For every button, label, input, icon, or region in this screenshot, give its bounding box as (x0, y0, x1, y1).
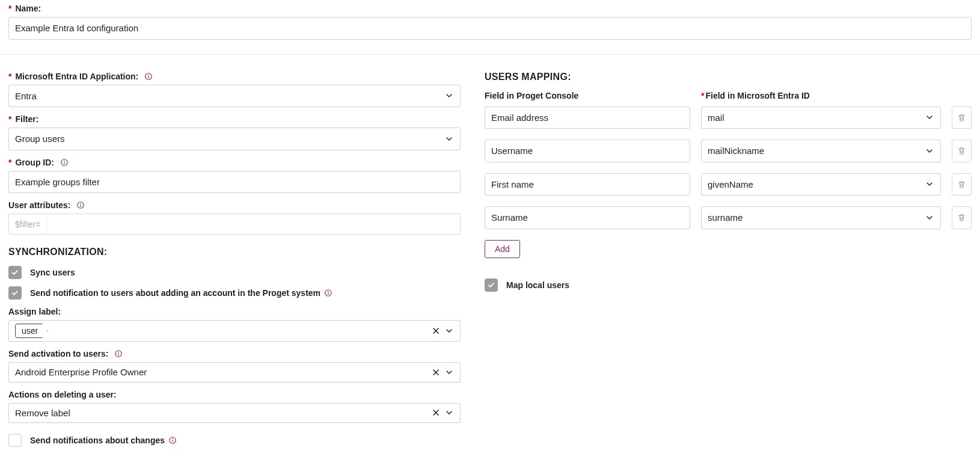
info-icon[interactable] (168, 436, 177, 445)
mapping-proget-input[interactable] (485, 173, 690, 196)
user-attributes-input-wrap: $filter= (8, 214, 461, 235)
info-icon[interactable] (60, 158, 69, 167)
sync-users-checkbox[interactable] (8, 266, 22, 279)
chevron-down-icon (925, 146, 934, 156)
chevron-down-icon[interactable] (444, 408, 454, 417)
mapping-row: givenName (485, 173, 972, 196)
entra-app-value: Entra (15, 90, 37, 102)
actions-delete-label: Actions on deleting a user: (8, 390, 461, 399)
assign-label-label: Assign label: (8, 307, 461, 316)
notify-add-checkbox[interactable] (8, 286, 22, 300)
name-input[interactable] (8, 17, 972, 40)
chevron-down-icon[interactable] (444, 368, 454, 377)
chevron-down-icon[interactable] (444, 326, 454, 336)
mapping-col-entra-head: * Field in Microsoft Entra ID (701, 91, 941, 100)
filter-label: * Filter: (8, 114, 461, 124)
trash-icon (957, 146, 966, 155)
mapping-proget-input[interactable] (485, 106, 690, 129)
group-id-label: * Group ID: (8, 158, 461, 167)
map-local-users-label: Map local users (506, 280, 569, 290)
trash-icon (957, 180, 966, 189)
actions-delete-row: Actions on deleting a user: Remove label (8, 390, 461, 423)
mapping-entra-value: mailNickname (708, 145, 764, 157)
trash-icon (957, 113, 966, 122)
assign-label-tag[interactable]: user (15, 324, 48, 338)
delete-mapping-button[interactable] (952, 140, 972, 162)
filter-select[interactable]: Group users (8, 128, 461, 150)
chevron-down-icon (444, 134, 454, 144)
user-attributes-label: User attributes: (8, 200, 461, 210)
sync-users-label: Sync users (30, 268, 75, 277)
user-attributes-row: User attributes: $filter= (8, 200, 461, 235)
group-id-row: * Group ID: (8, 158, 461, 194)
filter-row: * Filter: Group users (8, 114, 461, 150)
synchronization-heading: SYNCHRONIZATION: (8, 247, 461, 257)
clear-icon[interactable] (431, 408, 441, 417)
sync-users-row: Sync users (8, 266, 461, 279)
actions-delete-select[interactable]: Remove label (8, 403, 461, 423)
mapping-proget-input[interactable] (485, 140, 690, 162)
clear-icon[interactable] (431, 368, 441, 377)
mapping-proget-input[interactable] (485, 206, 690, 229)
entra-app-label: * Microsoft Entra ID Application: (8, 72, 461, 81)
info-icon[interactable] (114, 349, 123, 358)
group-id-input[interactable] (8, 171, 461, 194)
name-field-row: * Name: (8, 4, 972, 40)
send-activation-select[interactable]: Android Enterprise Profile Owner (8, 362, 461, 383)
mapping-row: surname (485, 206, 972, 229)
chevron-down-icon (925, 112, 934, 122)
user-attributes-input[interactable] (47, 214, 460, 234)
delete-mapping-button[interactable] (952, 106, 972, 129)
chevron-down-icon (925, 179, 934, 189)
mapping-entra-select[interactable]: mailNickname (701, 140, 941, 162)
mapping-header-row: Field in Proget Console * Field in Micro… (485, 91, 972, 100)
notify-changes-row: Send notifications about changes (8, 434, 461, 447)
mapping-entra-select[interactable]: mail (701, 106, 941, 129)
send-activation-row: Send activation to users: Android Enterp… (8, 349, 461, 383)
notify-add-row: Send notification to users about adding … (8, 286, 461, 300)
mapping-row: mail (485, 106, 972, 129)
mapping-row: mailNickname (485, 140, 972, 162)
add-mapping-button[interactable]: Add (485, 240, 520, 258)
delete-mapping-button[interactable] (952, 173, 972, 196)
mapping-entra-value: surname (708, 212, 743, 224)
info-icon[interactable] (76, 201, 85, 209)
delete-mapping-button[interactable] (952, 206, 972, 229)
send-activation-value: Android Enterprise Profile Owner (15, 366, 147, 378)
info-icon[interactable] (144, 72, 153, 81)
entra-app-select[interactable]: Entra (8, 85, 461, 108)
entra-app-row: * Microsoft Entra ID Application: Entra (8, 72, 461, 108)
mapping-entra-select[interactable]: surname (701, 206, 941, 229)
assign-label-row: Assign label: user (8, 307, 461, 342)
actions-delete-value: Remove label (15, 407, 70, 419)
mapping-entra-select[interactable]: givenName (701, 173, 941, 196)
mapping-col-proget-head: Field in Proget Console (485, 91, 690, 100)
filter-value: Group users (15, 133, 65, 145)
trash-icon (957, 213, 966, 222)
clear-icon[interactable] (431, 326, 441, 336)
name-label: * Name: (8, 4, 972, 13)
map-local-users-checkbox[interactable] (485, 279, 498, 292)
section-divider (0, 54, 980, 55)
send-activation-label: Send activation to users: (8, 349, 461, 359)
notify-changes-label: Send notifications about changes (30, 436, 177, 445)
users-mapping-heading: USERS MAPPING: (485, 72, 972, 82)
notify-add-label: Send notification to users about adding … (30, 288, 332, 298)
notify-changes-checkbox[interactable] (8, 434, 22, 447)
chevron-down-icon (444, 91, 454, 100)
mapping-entra-value: givenName (708, 179, 753, 191)
chevron-down-icon (925, 213, 934, 223)
map-local-users-row: Map local users (485, 279, 972, 292)
assign-label-select[interactable]: user (8, 320, 461, 342)
filter-prefix: $filter= (9, 215, 47, 234)
mapping-entra-value: mail (708, 112, 724, 124)
info-icon[interactable] (324, 289, 332, 297)
